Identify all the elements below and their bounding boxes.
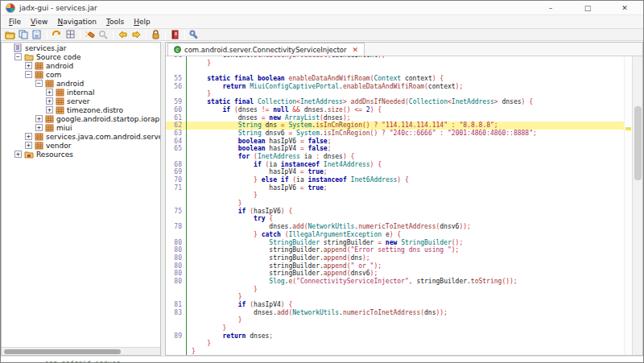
code-line: } [166,286,624,294]
tree-node-services-jar[interactable]: services.jar [2,43,160,52]
status-fragment: com.android.server [45,360,121,362]
code-line: } [166,340,624,348]
menu-bar: FileViewNavigationToolsHelp [1,15,643,29]
code-line: 55 static final boolean enableDataAndWif… [166,75,624,83]
line-number [166,348,187,355]
tree-node-google-android-startop-iorap[interactable]: +google.android.startop.iorap [2,114,160,123]
code-line: } catch (IllegalArgumentException e) { [166,231,624,239]
menu-tools[interactable]: Tools [101,16,129,27]
highlight-marker[interactable] [625,127,631,130]
folder-res-icon [24,151,36,159]
line-number: 78 [166,223,187,231]
folder-icon [24,53,36,61]
back-icon[interactable] [116,29,130,40]
tree-scrollbar-thumb[interactable] [4,349,121,354]
collapse-icon[interactable]: − [35,80,43,87]
minimize-button[interactable]: – [532,1,569,14]
code-line: 81 if (hasIpV4) { [166,301,624,309]
tree-horizontal-scrollbar[interactable] [2,347,160,355]
code-text: } else if (ia instanceof Inet6Address) { [187,176,624,184]
expand-icon[interactable]: + [35,124,43,131]
tree-node-miui[interactable]: +miui [2,123,160,132]
editor-panel: ccom.android.server.ConnectivityServiceI… [165,42,643,356]
tree-node-internal[interactable]: +internal [2,88,160,97]
code-text: if (hasIpV4) { [187,301,624,309]
code-text: String dnsv6 = System.isInCnRegion() ? "… [187,130,624,138]
menu-file[interactable]: File [4,16,26,27]
line-number [166,60,187,68]
tab-close-icon[interactable]: ✕ [353,46,359,54]
code-line: } [166,200,624,208]
expand-icon[interactable]: + [14,151,22,158]
expand-icon[interactable]: + [46,89,53,96]
code-text: } [187,192,624,200]
code-line: 68 if (ia instanceof Inet4Address) { [166,161,624,169]
code-text: static final boolean enableDataAndWifiRo… [187,75,624,83]
copy-icon[interactable] [17,29,31,40]
tree-node-android[interactable]: +android [2,61,160,70]
code-text: } [187,200,624,208]
code-editor[interactable]: 51 context.sendStickyBroadcast(cachedInt… [166,56,624,355]
code-text [187,67,624,75]
menu-view[interactable]: View [26,16,52,27]
collapse-icon[interactable]: − [14,53,22,60]
tree-node-services-java-com-android-server-[interactable]: +services.java.com.android.server. [2,132,160,141]
lock-icon[interactable] [149,29,163,40]
tab-class[interactable]: ccom.android.server.ConnectivityServiceI… [167,43,365,56]
open-file-icon[interactable] [3,29,17,40]
pkg-icon [35,71,46,79]
line-number: 75 [166,208,187,216]
expand-icon[interactable]: + [25,142,32,149]
tree-node-source-code[interactable]: −Source code [2,52,160,61]
preferences-icon[interactable] [188,29,201,40]
toolbar-separator [184,31,185,39]
maximize-button[interactable]: □ [569,1,606,14]
line-number [166,231,187,239]
expand-icon[interactable]: + [25,133,32,140]
expand-icon[interactable]: + [46,97,53,105]
line-number: 69 [166,168,187,176]
text-search-icon[interactable] [97,29,110,40]
editor-scrollbar-thumb[interactable] [634,106,642,180]
pkg-icon [35,62,46,70]
tree-node-label: timezone.distro [67,106,123,114]
class-search-icon[interactable] [64,29,77,40]
code-text: return MiuiConfigCaptivePortal.enableDat… [187,83,624,91]
tree-node-timezone-distro[interactable]: +timezone.distro [2,105,160,114]
tree-node-vendor[interactable]: +vendor [2,141,160,150]
menu-navigation[interactable]: Navigation [52,16,101,27]
code-text: boolean hasIpV6 = false; [187,138,624,146]
code-line: 80 stringBuilder.append(" or "); [166,262,624,270]
expand-icon[interactable]: + [46,106,53,113]
toolbar-separator [80,31,80,39]
code-line: 56 return MiuiConfigCaptivePortal.enable… [166,83,624,91]
code-line: 69 hasIpV4 = true; [166,168,624,176]
tree-node-label: server [67,97,90,105]
tree-node-android[interactable]: −android [2,79,160,88]
reload-icon[interactable] [50,29,64,40]
collapse-icon[interactable]: − [25,71,32,78]
menu-help[interactable]: Help [129,16,155,27]
code-text: } catch (IllegalArgumentException e) { [187,231,624,239]
pkg-icon [45,124,56,132]
code-line-highlighted: 62 String dns = System.isInCnRegion() ? … [166,122,624,130]
forward-icon[interactable] [130,29,143,40]
package-tree-panel: services.jar−Source code+android−com−and… [1,42,161,356]
editor-vertical-scrollbar[interactable] [632,56,642,355]
close-button[interactable]: ✕ [606,1,643,14]
expand-icon[interactable]: + [25,62,32,69]
code-text: } [187,293,624,301]
expand-icon[interactable]: + [35,115,43,122]
log-viewer-icon[interactable] [168,29,182,40]
toolbar-separator [47,31,47,39]
code-line: 80 Slog.e("ConnectivityServiceInjector",… [166,278,624,286]
deobfuscation-icon[interactable] [83,29,97,40]
tree-node-resources[interactable]: +Resources [2,150,160,159]
tree-node-com[interactable]: −com [2,70,160,79]
tree-node-server[interactable]: +server [2,97,160,105]
jadx-gui-window: jadx-gui - services.jar – □ ✕ FileViewNa… [0,0,644,363]
save-all-icon[interactable] [31,29,44,40]
line-number: 80 [166,270,187,278]
code-line: } [166,90,624,98]
line-number [166,215,187,223]
